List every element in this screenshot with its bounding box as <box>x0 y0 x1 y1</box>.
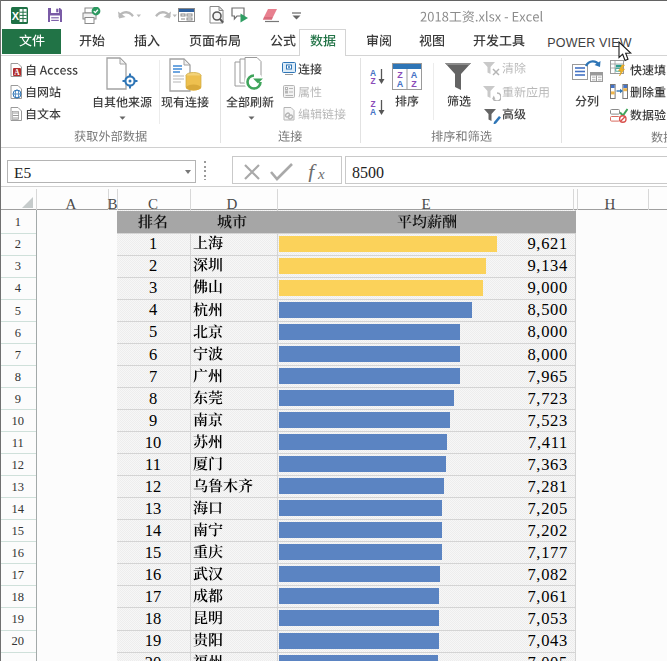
svg-text:A: A <box>397 79 404 89</box>
svg-text:A: A <box>370 107 376 116</box>
svg-text:Z: Z <box>397 70 403 80</box>
svg-text:Z: Z <box>370 76 375 85</box>
svg-text:x: x <box>317 166 325 182</box>
svg-text:X: X <box>12 10 20 22</box>
svg-text:Z: Z <box>411 79 417 89</box>
svg-text:f: f <box>308 160 317 182</box>
svg-text:A: A <box>14 68 20 77</box>
svg-text:A: A <box>411 70 418 80</box>
